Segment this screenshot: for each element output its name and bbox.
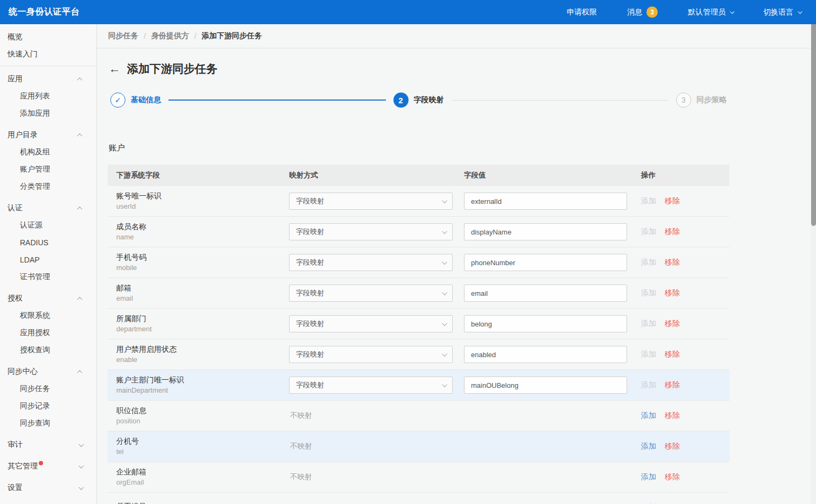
mapping-mode-select[interactable]: 字段映射 (289, 254, 453, 271)
add-link[interactable]: 添加 (641, 380, 656, 390)
mapping-mode-select[interactable]: 字段映射 (289, 193, 453, 210)
breadcrumb-item[interactable]: 同步任务 (108, 31, 138, 41)
step-field-mapping[interactable]: 2 字段映射 (393, 93, 444, 108)
table-body: 账号唯一标识 userId 字段映射 添加 移除 成员名称 name 字段映射 (108, 186, 729, 504)
sidebar-item[interactable]: 权限系统 (0, 307, 96, 324)
sidebar-item[interactable]: 同步查询 (0, 415, 96, 432)
mapping-mode-value: 字段映射 (296, 380, 324, 390)
add-link[interactable]: 添加 (641, 227, 656, 237)
sidebar-item[interactable]: 概览 (0, 29, 96, 46)
chevron-down-icon (798, 9, 802, 13)
mapping-mode-select[interactable]: 字段映射 (289, 346, 453, 363)
field-label: 账户主部门唯一标识 (116, 376, 289, 384)
breadcrumb-separator: / (194, 32, 196, 40)
sidebar-item[interactable]: 应用授权 (0, 324, 96, 342)
sidebar-group-header[interactable]: 应用 (0, 70, 96, 88)
field-value-input[interactable] (464, 223, 627, 240)
add-link[interactable]: 添加 (641, 319, 656, 329)
table-row: 分机号 tel 不映射 添加 移除 (108, 431, 729, 462)
mapping-mode-select[interactable]: 字段映射 (289, 315, 453, 332)
add-link[interactable]: 添加 (641, 411, 656, 421)
back-arrow-icon[interactable]: ← (109, 63, 121, 75)
field-value-input[interactable] (464, 315, 627, 332)
remove-link[interactable]: 移除 (665, 442, 680, 451)
sidebar-item[interactable]: 添加应用 (0, 105, 96, 122)
messages-link[interactable]: 消息 3 (627, 6, 658, 18)
step-sync-strategy[interactable]: 3 同步策略 (676, 93, 727, 108)
scrollbar-track[interactable] (811, 24, 816, 504)
breadcrumb-current: 添加下游同步任务 (202, 31, 262, 41)
mapping-mode-cell: 字段映射 (289, 346, 464, 363)
sidebar-group-header[interactable]: 用户目录 (0, 126, 96, 144)
mapping-mode-select[interactable]: 字段映射 (289, 285, 453, 302)
step-label: 基础信息 (131, 95, 161, 105)
sidebar-item[interactable]: 同步任务 (0, 380, 96, 397)
breadcrumb-separator: / (144, 32, 146, 40)
sidebar-group-header[interactable]: 其它管理 (0, 458, 96, 475)
field-cell: 成员名称 name (108, 223, 289, 242)
sidebar: 概览快速入门 应用应用列表添加应用用户目录机构及组账户管理分类管理认证认证源RA… (0, 24, 97, 504)
mapping-mode-value: 字段映射 (296, 319, 324, 329)
remove-link[interactable]: 移除 (665, 227, 680, 237)
remove-link[interactable]: 移除 (665, 472, 680, 482)
scrollbar-thumb[interactable] (811, 24, 816, 226)
mapping-mode-select[interactable]: 字段映射 (289, 377, 453, 394)
chevron-down-icon (442, 321, 447, 326)
remove-link[interactable]: 移除 (665, 350, 680, 359)
sidebar-group-header[interactable]: 同步中心 (0, 363, 96, 380)
remove-link[interactable]: 移除 (665, 288, 680, 298)
top-nav: 申请权限 消息 3 默认管理员 切换语言 (567, 6, 801, 18)
request-permission-link[interactable]: 申请权限 (567, 8, 597, 17)
sidebar-item[interactable]: 账户管理 (0, 161, 96, 178)
sidebar-item[interactable]: 授权查询 (0, 342, 96, 359)
sidebar-group-label: 授权 (8, 294, 23, 303)
field-value-input[interactable] (464, 254, 627, 271)
add-link[interactable]: 添加 (641, 196, 656, 206)
field-value-input[interactable] (464, 346, 627, 363)
actions-cell: 添加 移除 (638, 380, 729, 390)
chevron-up-icon (77, 370, 82, 375)
actions-cell: 添加 移除 (638, 227, 729, 237)
add-link[interactable]: 添加 (641, 472, 656, 482)
sidebar-item[interactable]: 分类管理 (0, 178, 96, 195)
mapping-mode-cell: 不映射 (289, 411, 464, 421)
language-switcher[interactable]: 切换语言 (763, 8, 801, 17)
field-value-cell (464, 254, 638, 271)
sidebar-group-header[interactable]: 审计 (0, 436, 96, 453)
sidebar-group-header[interactable]: 设置 (0, 479, 96, 496)
sidebar-item[interactable]: LDAP (0, 251, 96, 268)
sidebar-item[interactable]: 机构及组 (0, 144, 96, 161)
section-title: 账户 (109, 143, 816, 153)
remove-link[interactable]: 移除 (665, 258, 680, 267)
sidebar-item[interactable]: 应用列表 (0, 88, 96, 105)
sidebar-item[interactable]: 证书管理 (0, 268, 96, 286)
step-basic-info[interactable]: ✓ 基础信息 (110, 93, 161, 108)
field-key: userId (116, 203, 289, 210)
sidebar-item[interactable]: 同步记录 (0, 397, 96, 415)
add-link[interactable]: 添加 (641, 350, 656, 359)
language-switcher-label: 切换语言 (763, 8, 793, 17)
sidebar-group-header[interactable]: 授权 (0, 290, 96, 307)
breadcrumb: 同步任务 / 身份提供方 / 添加下游同步任务 (97, 24, 816, 48)
field-value-cell (464, 315, 638, 332)
remove-link[interactable]: 移除 (665, 319, 680, 329)
mapping-mode-select[interactable]: 字段映射 (289, 223, 453, 240)
sidebar-item[interactable]: 认证源 (0, 217, 96, 234)
sidebar-item[interactable]: 快速入门 (0, 46, 96, 63)
add-link[interactable]: 添加 (641, 258, 656, 267)
remove-link[interactable]: 移除 (665, 380, 680, 390)
add-link[interactable]: 添加 (641, 288, 656, 298)
remove-link[interactable]: 移除 (665, 196, 680, 206)
field-value-input[interactable] (464, 285, 627, 302)
field-label: 企业邮箱 (116, 468, 289, 476)
field-value-input[interactable] (464, 193, 627, 210)
sidebar-group-header[interactable]: 认证 (0, 200, 96, 217)
sidebar-item[interactable]: RADIUS (0, 234, 96, 251)
add-link[interactable]: 添加 (641, 442, 656, 451)
field-value-input[interactable] (464, 377, 627, 394)
breadcrumb-item[interactable]: 身份提供方 (151, 31, 189, 41)
admin-menu[interactable]: 默认管理员 (688, 8, 733, 17)
chevron-down-icon (442, 229, 447, 234)
actions-cell: 添加 移除 (638, 288, 729, 298)
remove-link[interactable]: 移除 (665, 411, 680, 421)
